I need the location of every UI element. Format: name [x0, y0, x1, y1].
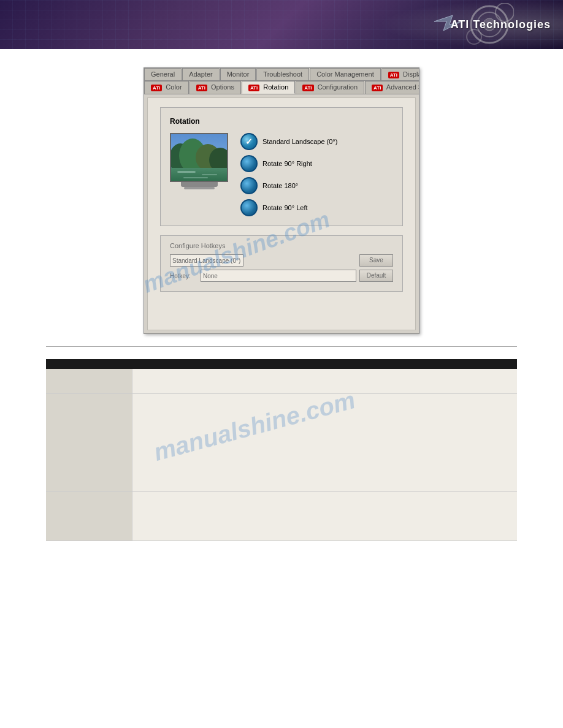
tab-rotation[interactable]: ATI Rotation [242, 81, 295, 94]
tab-monitor[interactable]: Monitor [220, 68, 256, 80]
svg-rect-12 [177, 171, 196, 173]
hotkeys-dropdown-wrapper: Standard Landscape (0°) Rotate 90° Right… [170, 254, 356, 267]
tab-rotation-label: Rotation [263, 83, 288, 91]
monitor-wrapper [170, 133, 228, 189]
tab-displays-label: Displays [403, 70, 419, 78]
table-section: manualshine.com [46, 359, 517, 541]
tab-advanced-settings[interactable]: ATI Advanced Settings [365, 81, 419, 94]
table-cell-left-0 [46, 369, 132, 393]
save-button[interactable]: Save [359, 254, 393, 267]
table-cell-left-2 [46, 491, 132, 540]
tab-options-label: Options [211, 83, 234, 91]
tab-options[interactable]: ATI Options [190, 81, 241, 94]
radio-option-90right[interactable]: Rotate 90° Right [240, 155, 337, 172]
radio-btn-90left [240, 199, 258, 216]
rotation-content: ✓ Standard Landscape (0°) Rotate 90° Rig… [170, 133, 393, 216]
radio-btn-standard: ✓ [240, 133, 258, 150]
tab-color-management-label: Color Management [316, 70, 374, 78]
ati-badge-advanced: ATI [372, 85, 383, 91]
header-banner: ATI Technologies [0, 0, 563, 49]
tab-troubleshoot[interactable]: Troubleshoot [256, 68, 309, 80]
radio-btn-180 [240, 177, 258, 194]
tab-configuration-label: Configuration [318, 83, 358, 91]
radio-options: ✓ Standard Landscape (0°) Rotate 90° Rig… [240, 133, 337, 216]
svg-rect-14 [183, 177, 208, 178]
dialog-box: General Adapter Monitor Troubleshoot Col… [144, 67, 419, 334]
hotkey-label: Hotkey: [170, 273, 197, 279]
ati-badge-displays: ATI [388, 72, 399, 78]
radio-label-90left: Rotate 90° Left [262, 204, 308, 211]
radio-option-90left[interactable]: Rotate 90° Left [240, 199, 337, 216]
tab-row-1: General Adapter Monitor Troubleshoot Col… [144, 68, 419, 81]
radio-label-standard: Standard Landscape (0°) [262, 138, 337, 145]
table-cell-right-0 [132, 369, 517, 393]
table-header-row [46, 359, 517, 369]
logo-area: ATI Technologies [451, 18, 551, 31]
table-row-2 [46, 491, 517, 540]
check-icon: ✓ [245, 137, 253, 146]
monitor-stand [181, 182, 218, 187]
radio-option-180[interactable]: Rotate 180° [240, 177, 337, 194]
table-row-0 [46, 369, 517, 393]
radio-label-90right: Rotate 90° Right [262, 160, 312, 167]
tab-row-2: ATI Color ATI Options ATI Rotation ATI C… [144, 81, 419, 94]
svg-rect-11 [171, 168, 228, 182]
monitor-preview [170, 133, 228, 182]
main-content: manualshine.com General Adapter Monitor … [0, 49, 563, 559]
table-watermark: manualshine.com [150, 386, 358, 466]
table-cell-right-1: manualshine.com [132, 393, 517, 491]
tab-displays[interactable]: ATI Displays [381, 68, 419, 80]
monitor-photo-svg [171, 134, 228, 182]
tab-adapter-label: Adapter [189, 70, 213, 78]
table-header-col1 [46, 359, 132, 369]
hotkeys-input-row: Hotkey: Default [170, 270, 393, 282]
tab-advanced-label: Advanced Settings [386, 83, 419, 91]
svg-rect-13 [202, 174, 217, 175]
radio-label-180: Rotate 180° [262, 182, 298, 189]
hotkeys-dropdown[interactable]: Standard Landscape (0°) Rotate 90° Right… [170, 254, 243, 267]
tab-general[interactable]: General [144, 68, 182, 80]
ati-badge-options: ATI [196, 85, 207, 91]
tab-general-label: General [151, 70, 175, 78]
separator-line [46, 346, 517, 347]
table-cell-left-1 [46, 393, 132, 491]
svg-point-4 [467, 29, 481, 44]
default-button[interactable]: Default [359, 270, 393, 282]
ati-badge-color: ATI [151, 85, 162, 91]
tab-troubleshoot-label: Troubleshoot [263, 70, 302, 78]
hotkeys-section: Configure Hotkeys Standard Landscape (0°… [160, 235, 403, 292]
rotation-title: Rotation [170, 117, 393, 126]
brand-logo: ATI Technologies [451, 18, 551, 31]
rotation-section: Rotation [160, 107, 403, 226]
tab-monitor-label: Monitor [227, 70, 250, 78]
hotkeys-title: Configure Hotkeys [170, 242, 393, 249]
tab-color-label: Color [166, 83, 182, 91]
monitor-base [184, 187, 215, 189]
ati-badge-rotation: ATI [248, 85, 259, 91]
table-header-col2 [132, 359, 517, 369]
radio-option-standard[interactable]: ✓ Standard Landscape (0°) [240, 133, 337, 150]
table-cell-right-2 [132, 491, 517, 540]
hotkey-input[interactable] [201, 270, 356, 282]
tab-color[interactable]: ATI Color [144, 81, 189, 94]
radio-btn-90right [240, 155, 258, 172]
table-row-1: manualshine.com [46, 393, 517, 491]
tab-color-management[interactable]: Color Management [310, 68, 381, 80]
ati-badge-configuration: ATI [302, 85, 313, 91]
tab-adapter[interactable]: Adapter [182, 68, 220, 80]
dialog-wrapper: manualshine.com General Adapter Monitor … [46, 67, 517, 334]
tab-configuration[interactable]: ATI Configuration [296, 81, 364, 94]
dialog-body: Rotation [147, 97, 416, 330]
hotkeys-dropdown-row: Standard Landscape (0°) Rotate 90° Right… [170, 254, 393, 267]
